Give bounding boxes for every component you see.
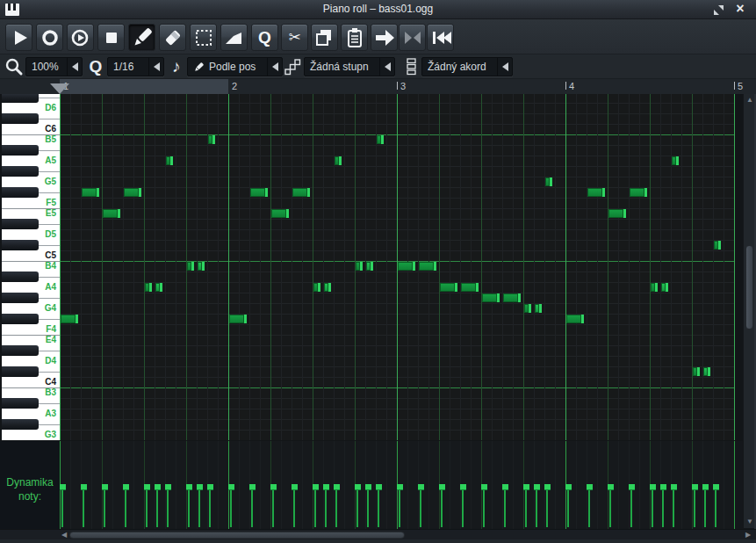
- paste-button[interactable]: [341, 24, 368, 51]
- velocity-handle[interactable]: [523, 484, 529, 490]
- velocity-line[interactable]: [441, 485, 443, 527]
- velocity-line[interactable]: [536, 485, 537, 527]
- velocity-handle[interactable]: [460, 484, 466, 490]
- velocity-line[interactable]: [525, 485, 527, 527]
- scale-dropdown-arrow[interactable]: [379, 58, 394, 76]
- piano-key-label-g3[interactable]: G3: [45, 430, 56, 440]
- velocity-handle[interactable]: [544, 484, 551, 490]
- scroll-down-arrow[interactable]: ▼: [746, 518, 753, 525]
- note-length-dropdown-arrow[interactable]: [267, 58, 282, 76]
- velocity-line[interactable]: [61, 485, 63, 527]
- velocity-line[interactable]: [230, 485, 232, 527]
- piano-key-label-c6[interactable]: C6: [45, 124, 56, 134]
- quantize-dropdown-arrow[interactable]: [148, 58, 163, 76]
- piano-key-label-e5[interactable]: E5: [46, 208, 56, 219]
- velocity-line[interactable]: [367, 485, 369, 527]
- zoom-dropdown-arrow[interactable]: [67, 58, 82, 76]
- note-fs4-bar2-step0[interactable]: [229, 315, 247, 323]
- velocity-handle[interactable]: [197, 484, 203, 490]
- note-a4-bar2-step9[interactable]: [324, 283, 331, 292]
- velocity-handle[interactable]: [155, 484, 161, 490]
- scroll-right-arrow[interactable]: ▶: [745, 532, 751, 539]
- velocity-line[interactable]: [704, 485, 706, 527]
- velocity-handle[interactable]: [397, 484, 403, 490]
- close-button[interactable]: ×: [733, 1, 747, 17]
- piano-key-label-b5[interactable]: B5: [45, 134, 56, 145]
- velocity-line[interactable]: [146, 485, 148, 527]
- piano-key-gs4[interactable]: [2, 293, 39, 303]
- velocity-line[interactable]: [188, 485, 190, 527]
- piano-key-as4[interactable]: [2, 272, 39, 282]
- velocity-handle[interactable]: [144, 484, 150, 490]
- velocity-line[interactable]: [198, 485, 200, 527]
- note-b5-bar1-step14[interactable]: [208, 135, 215, 144]
- note-a4-bar1-step8[interactable]: [145, 283, 152, 292]
- velocity-line[interactable]: [462, 485, 464, 527]
- note-fs5-bar2-step6[interactable]: [292, 188, 310, 197]
- velocity-handle[interactable]: [334, 484, 340, 490]
- velocity-line[interactable]: [156, 485, 158, 527]
- velocity-handle[interactable]: [439, 484, 445, 490]
- velocity-handle[interactable]: [186, 484, 192, 490]
- piano-key-label-d5[interactable]: D5: [45, 229, 56, 240]
- velocity-line[interactable]: [209, 485, 211, 527]
- piano-key-label-f4[interactable]: F4: [46, 324, 56, 335]
- velocity-line[interactable]: [609, 485, 611, 527]
- velocity-line[interactable]: [662, 485, 664, 527]
- velocity-handle[interactable]: [565, 484, 572, 490]
- draw-button[interactable]: [128, 24, 155, 51]
- note-length-select[interactable]: Podle pos: [187, 57, 283, 76]
- note-g5-bar3-step14[interactable]: [545, 177, 552, 186]
- note-e5-bar4-step4[interactable]: [608, 209, 626, 218]
- velocity-handle[interactable]: [587, 484, 593, 490]
- velocity-handle[interactable]: [102, 484, 108, 490]
- piano-key-cs6[interactable]: [2, 113, 39, 124]
- piano-key-as3[interactable]: [2, 398, 39, 409]
- velocity-line[interactable]: [588, 485, 590, 527]
- note-a4-bar1-step9[interactable]: [155, 283, 162, 292]
- copy-button[interactable]: [311, 24, 338, 51]
- stop-button[interactable]: [97, 24, 125, 51]
- velocity-handle[interactable]: [671, 484, 677, 490]
- velocity-line[interactable]: [335, 485, 337, 527]
- piano-key-fs4[interactable]: [2, 314, 39, 324]
- velocity-handle[interactable]: [165, 484, 171, 490]
- velocity-line[interactable]: [715, 485, 716, 527]
- note-e5-bar1-step4[interactable]: [103, 209, 120, 218]
- playhead-marker[interactable]: [50, 83, 69, 94]
- velocity-line[interactable]: [104, 485, 105, 527]
- note-g4-bar3-step13[interactable]: [535, 304, 542, 313]
- timeline[interactable]: 12345: [0, 79, 756, 94]
- horizontal-scrollbar-handle[interactable]: [69, 532, 405, 539]
- chord-select[interactable]: Žádný akord: [421, 57, 513, 76]
- note-grid[interactable]: [60, 94, 735, 440]
- velocity-handle[interactable]: [502, 484, 508, 490]
- velocity-handle[interactable]: [228, 484, 234, 490]
- piano-key-label-c5[interactable]: C5: [45, 250, 56, 261]
- piano-key-label-f5[interactable]: F5: [46, 198, 56, 208]
- velocity-handle[interactable]: [355, 484, 361, 490]
- note-fs5-bar4-step6[interactable]: [630, 188, 647, 197]
- quantize-select[interactable]: 1/16: [107, 57, 164, 76]
- velocity-line[interactable]: [356, 485, 358, 527]
- note-e5-bar2-step4[interactable]: [271, 209, 289, 218]
- cut-button[interactable]: ✂: [281, 24, 308, 51]
- note-fs5-bar1-step2[interactable]: [82, 188, 99, 197]
- velocity-line[interactable]: [125, 485, 126, 527]
- velocity-handle[interactable]: [418, 484, 424, 490]
- velocity-handle[interactable]: [123, 484, 129, 490]
- note-b4-bar3-step0[interactable]: [398, 262, 415, 271]
- velocity-handle[interactable]: [207, 484, 213, 490]
- piano-key-cs5[interactable]: [2, 240, 39, 250]
- velocity-line[interactable]: [546, 485, 548, 527]
- velocity-line[interactable]: [630, 485, 632, 527]
- velocity-handle[interactable]: [608, 484, 614, 490]
- velocity-handle[interactable]: [692, 484, 698, 490]
- play-button[interactable]: [5, 24, 32, 51]
- piano-keyboard[interactable]: D6C6B5A5G5F5E5D5C5B4A4G4F4E4D4C4B3A3G3: [2, 94, 60, 440]
- velocity-handle[interactable]: [534, 484, 540, 490]
- note-cs4-bar4-step13[interactable]: [703, 367, 710, 376]
- velocity-line[interactable]: [652, 485, 653, 527]
- note-b4-bar1-step13[interactable]: [198, 262, 205, 271]
- piano-key-label-b3[interactable]: B3: [45, 387, 56, 398]
